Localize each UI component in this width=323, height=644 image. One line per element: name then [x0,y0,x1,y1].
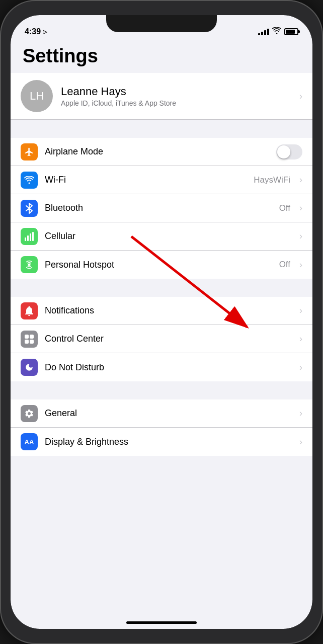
battery-fill [286,30,295,34]
airplane-mode-row[interactable]: Airplane Mode [11,138,312,166]
bluetooth-row[interactable]: Bluetooth Off › [11,194,312,222]
wifi-value: HaysWiFi [254,175,290,185]
svg-rect-3 [32,232,34,241]
profile-info: Leanne Hays Apple ID, iCloud, iTunes & A… [61,85,291,107]
svg-rect-0 [25,237,26,241]
connectivity-section: Airplane Mode [11,138,312,279]
chevron-icon: › [299,175,302,185]
phone-inner: 4:39 ▷ [11,15,312,629]
wifi-icon-wrap [21,172,38,189]
device-section: General › AA Display & Brightness › [11,399,312,456]
bar3 [264,30,266,35]
profile-subtitle: Apple ID, iCloud, iTunes & App Store [61,99,291,107]
notifications-row[interactable]: Notifications › [11,297,312,325]
phone-frame: 4:39 ▷ [0,0,323,644]
svg-rect-1 [27,235,29,241]
avatar-initials: LH [30,90,44,103]
general-icon-wrap [21,405,38,422]
chevron-icon: › [299,91,302,102]
bar1 [258,33,260,35]
profile-row[interactable]: LH Leanne Hays Apple ID, iCloud, iTunes … [11,73,312,120]
hotspot-icon-wrap [21,256,38,273]
wifi-icon [272,27,281,36]
bluetooth-label: Bluetooth [45,203,272,213]
general-label: General [45,408,292,419]
hotspot-value: Off [279,260,290,270]
battery-icon [284,28,298,35]
content-area: Settings LH Leanne Hays Apple ID, iCloud… [11,41,312,629]
chevron-icon: › [299,437,302,447]
control-center-label: Control Center [45,334,292,344]
toggle-knob [277,145,290,158]
chevron-icon: › [299,305,302,316]
do-not-disturb-icon-wrap [21,359,38,376]
display-icon-text: AA [25,438,34,446]
chevron-icon: › [299,334,302,344]
airplane-mode-toggle[interactable] [276,144,302,159]
system-section: Notifications › Co [11,297,312,381]
wifi-row[interactable]: Wi-Fi HaysWiFi › [11,166,312,194]
bluetooth-value: Off [279,203,290,213]
cellular-label: Cellular [45,231,292,242]
notch [106,15,217,32]
airplane-mode-icon [21,143,38,160]
page-title: Settings [11,41,312,73]
status-icons [258,27,298,36]
svg-point-4 [28,264,31,266]
cellular-icon-wrap [21,228,38,245]
svg-rect-2 [30,233,31,241]
control-center-icon-wrap [21,331,38,348]
do-not-disturb-row[interactable]: Do Not Disturb › [11,353,312,381]
time-display: 4:39 [25,27,41,36]
general-row[interactable]: General › [11,399,312,428]
svg-rect-6 [25,335,29,339]
svg-rect-8 [25,340,29,344]
chevron-icon: › [299,260,302,270]
profile-name: Leanne Hays [61,85,291,98]
chevron-icon: › [299,203,302,213]
avatar: LH [21,80,53,112]
svg-rect-7 [30,335,34,339]
display-row[interactable]: AA Display & Brightness › [11,428,312,456]
cellular-row[interactable]: Cellular › [11,222,312,251]
signal-bars [258,28,269,35]
hotspot-row[interactable]: Personal Hotspot Off › [11,251,312,279]
airplane-mode-label: Airplane Mode [45,146,269,157]
bluetooth-icon-wrap [21,200,38,217]
wifi-label: Wi-Fi [45,175,247,185]
divider-1 [11,120,312,138]
status-time: 4:39 ▷ [25,27,47,36]
display-label: Display & Brightness [45,437,292,447]
divider-3 [11,381,312,399]
do-not-disturb-label: Do Not Disturb [45,362,292,373]
notifications-label: Notifications [45,305,292,316]
chevron-icon: › [299,362,302,373]
notifications-icon-wrap [21,302,38,319]
bottom-spacer [11,456,312,476]
display-icon-wrap: AA [21,433,38,450]
hotspot-label: Personal Hotspot [45,260,272,270]
svg-rect-9 [30,340,34,344]
divider-2 [11,279,312,297]
location-icon: ▷ [43,29,47,35]
chevron-icon: › [299,408,302,419]
home-indicator[interactable] [126,621,197,624]
profile-section: LH Leanne Hays Apple ID, iCloud, iTunes … [11,73,312,120]
chevron-icon: › [299,231,302,242]
screen: 4:39 ▷ [11,15,312,629]
bar4 [267,29,269,35]
control-center-row[interactable]: Control Center › [11,325,312,353]
bar2 [261,32,263,35]
